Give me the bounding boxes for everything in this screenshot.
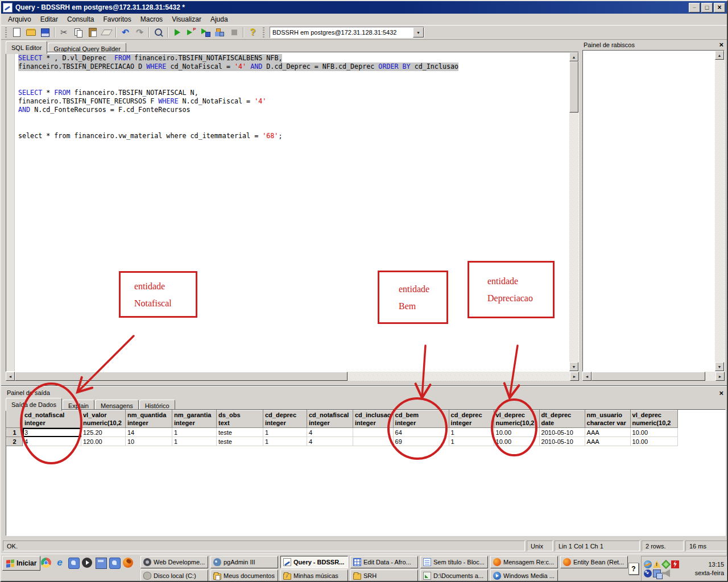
grid-column-header[interactable]: vl_deprecnumeric(10,2 [494, 410, 539, 428]
macros-button[interactable] [213, 26, 227, 39]
menu-consulta[interactable]: Consulta [63, 14, 98, 24]
scroll-right-button[interactable] [570, 372, 579, 381]
scroll-down-button[interactable] [715, 362, 724, 371]
redo-button[interactable] [133, 26, 147, 39]
execute-button[interactable] [170, 26, 184, 39]
menu-arquivo[interactable]: Arquivo [3, 14, 36, 24]
grid-cell[interactable]: 10.00 [494, 428, 539, 437]
messenger-icon[interactable] [68, 558, 80, 569]
menu-editar[interactable]: Editar [36, 14, 63, 24]
grid-cell[interactable]: 2010-05-10 [539, 437, 585, 446]
grid-cell[interactable]: 1 [172, 437, 217, 446]
scroll-up-button[interactable] [569, 52, 578, 61]
scroll-track[interactable] [569, 61, 578, 362]
grid-column-header[interactable]: ds_obstext [217, 410, 263, 428]
menu-ajuda[interactable]: Ajuda [206, 14, 233, 24]
taskbar-button-sem-t-tulo-bloc-[interactable]: Sem título - Bloc... [420, 556, 488, 568]
close-icon[interactable]: × [719, 41, 723, 48]
grid-cell[interactable]: 69 [393, 437, 449, 446]
toolbar-grip[interactable] [5, 27, 7, 38]
grid-column-header[interactable]: cd_notafiscalinteger [23, 410, 81, 428]
help-notification-icon[interactable]: ? [628, 563, 639, 575]
grid-cell[interactable]: AAA [585, 428, 630, 437]
taskbar-button-entity-bean-ret-[interactable]: Entity Bean (Ret... [560, 556, 628, 568]
menu-macros[interactable]: Macros [136, 14, 167, 24]
internet-explorer-icon[interactable] [55, 558, 65, 568]
new-file-button[interactable] [10, 26, 24, 39]
grid-column-header[interactable]: vl_valornumeric(10,2 [81, 410, 126, 428]
cut-button[interactable] [57, 26, 71, 39]
scratch-horizontal-scrollbar[interactable] [582, 372, 725, 381]
grid-cell[interactable]: 1 [172, 428, 217, 437]
taskbar-button-web-developme-[interactable]: Web Developme... [140, 556, 208, 568]
cube-tray-icon[interactable] [661, 560, 671, 569]
scratch-vertical-scrollbar[interactable] [715, 51, 724, 371]
messenger-icon[interactable] [109, 558, 121, 569]
scroll-track[interactable] [715, 60, 724, 362]
execute-to-file-button[interactable] [198, 26, 213, 39]
grid-column-header[interactable]: cd_inclusaointeger [353, 410, 394, 428]
menu-favoritos[interactable]: Favoritos [98, 14, 135, 24]
scroll-right-button[interactable] [715, 372, 725, 381]
scroll-track[interactable] [592, 372, 715, 381]
scroll-left-button[interactable] [582, 372, 592, 381]
minimize-button[interactable] [689, 3, 700, 13]
taskbar-button-srh[interactable]: SRH [350, 569, 418, 582]
close-button[interactable] [714, 3, 725, 13]
save-button[interactable] [38, 26, 52, 39]
cancel-button[interactable] [227, 26, 241, 39]
grid-cell[interactable]: 125.20 [81, 428, 126, 437]
grid-cell[interactable]: 4 [307, 428, 353, 437]
firefox-icon[interactable] [123, 558, 133, 568]
grid-cell[interactable]: 10.00 [630, 437, 677, 446]
taskbar-button-meus-documentos[interactable]: Meus documentos [210, 569, 278, 582]
scroll-thumb[interactable] [569, 61, 578, 113]
editor-vertical-scrollbar[interactable] [569, 52, 578, 371]
grid-cell[interactable]: 64 [393, 428, 449, 437]
help-button[interactable] [246, 26, 260, 39]
media-player-icon[interactable] [82, 558, 92, 568]
taskbar-button-minhas-m-sicas[interactable]: Minhas músicas [280, 569, 348, 582]
paste-button[interactable] [85, 26, 100, 39]
toolbar-grip[interactable] [263, 27, 264, 38]
taskbar-button-edit-data-afro-[interactable]: Edit Data - Afro... [350, 556, 418, 568]
grid-cell[interactable]: 1 [263, 428, 307, 437]
grid-cell[interactable]: teste [217, 428, 263, 437]
wave-tray-icon[interactable] [644, 569, 652, 577]
explain-button[interactable] [184, 26, 198, 39]
undo-button[interactable] [118, 26, 133, 39]
open-button[interactable] [24, 26, 38, 39]
connection-combobox[interactable]: BDSSRH em postgres@172.31.128.31:5432 [270, 27, 424, 38]
maximize-button[interactable] [701, 3, 713, 13]
taskbar-button-disco-local-c-[interactable]: Disco local (C:) [140, 569, 208, 582]
sql-editor-text[interactable]: SELECT * , D.vl_Deprec FROM financeiro.T… [15, 52, 569, 371]
grid-column-header[interactable]: nm_quantidainteger [126, 410, 172, 428]
grid-column-header[interactable]: nm_usuariocharacter var [585, 410, 630, 428]
grid-column-header[interactable]: cd_beminteger [393, 410, 449, 428]
taskbar-button-d-documents-a-[interactable]: D:\Documents a... [420, 569, 488, 582]
close-icon[interactable]: × [719, 390, 723, 396]
grid-cell[interactable]: AAA [585, 437, 630, 446]
grid-column-header[interactable]: cd_deprecinteger [449, 410, 494, 428]
grid-cell[interactable]: 120.00 [81, 437, 126, 446]
warning-tray-icon[interactable] [653, 560, 661, 568]
grid-cell[interactable] [353, 428, 394, 437]
scroll-down-button[interactable] [569, 362, 578, 371]
chevron-down-icon[interactable] [413, 27, 424, 38]
chrome-icon[interactable] [41, 558, 51, 568]
grid-column-header[interactable]: dt_deprecdate [539, 410, 585, 428]
grid-cell[interactable]: 10.00 [494, 437, 539, 446]
taskbar-button-windows-media-[interactable]: Windows Media ... [490, 569, 558, 582]
find-button[interactable] [151, 26, 166, 39]
grid-cell[interactable]: teste [217, 437, 263, 446]
scroll-track[interactable] [15, 372, 570, 381]
clear-button[interactable] [100, 26, 114, 39]
sql-editor[interactable]: SELECT * , D.vl_Deprec FROM financeiro.T… [6, 52, 579, 372]
grid-column-header[interactable]: vl_deprecnumeric(10,2 [630, 410, 677, 428]
grid-cell[interactable]: 10.00 [630, 428, 677, 437]
editor-horizontal-scrollbar[interactable] [6, 372, 579, 381]
grid-cell[interactable]: 1 [449, 428, 494, 437]
scratch-panel-content[interactable] [583, 51, 715, 371]
scroll-thumb[interactable] [15, 372, 348, 381]
row-number-cell[interactable]: 2 [7, 437, 23, 446]
